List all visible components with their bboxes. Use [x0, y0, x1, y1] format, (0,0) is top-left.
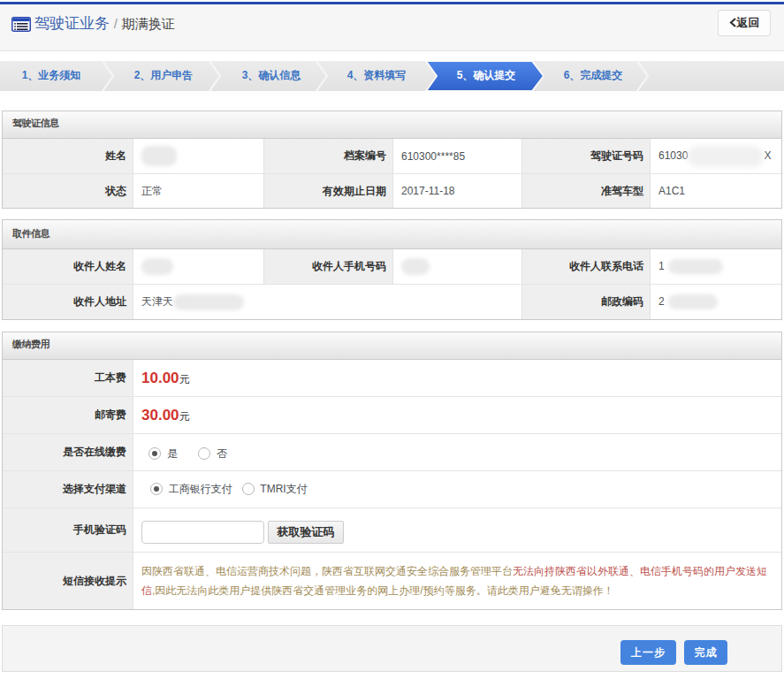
svg-text:5、确认提交: 5、确认提交 [457, 69, 516, 81]
svg-text:4、资料填写: 4、资料填写 [347, 69, 407, 81]
svg-text:1、业务须知: 1、业务须知 [22, 69, 81, 81]
svg-text:3、确认信息: 3、确认信息 [242, 69, 302, 81]
svg-text:6、完成提交: 6、完成提交 [564, 69, 623, 81]
svg-text:2、用户申告: 2、用户申告 [134, 69, 194, 81]
